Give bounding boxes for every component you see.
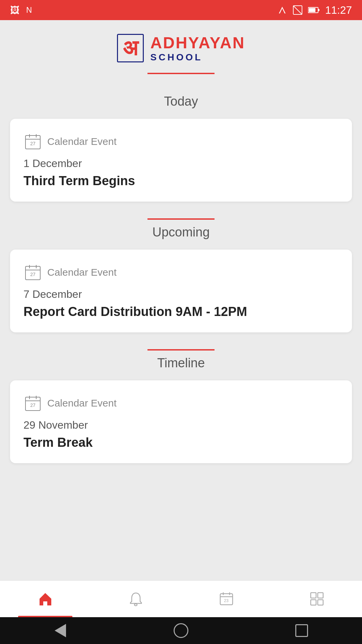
logo-name: ADHYAYAN	[150, 34, 245, 52]
back-icon	[55, 624, 66, 637]
today-card-date: 1 December	[23, 157, 339, 170]
upcoming-card-date: 7 December	[23, 288, 339, 301]
header-divider	[147, 73, 215, 74]
timeline-section-header: Timeline	[10, 349, 352, 370]
logo-area: अ ADHYAYAN SCHOOL	[117, 34, 245, 63]
recents-button[interactable]	[293, 622, 310, 639]
timeline-card-date: 29 November	[23, 419, 339, 431]
svg-rect-28	[311, 593, 316, 598]
battery-icon	[308, 7, 320, 13]
recents-icon	[295, 624, 308, 637]
mute-icon	[293, 5, 303, 15]
home-icon	[38, 591, 53, 606]
svg-rect-31	[318, 600, 323, 605]
svg-point-22	[134, 604, 137, 606]
bell-icon	[128, 591, 143, 606]
nav-notifications[interactable]	[90, 581, 181, 617]
upcoming-section-header: Upcoming	[10, 218, 352, 239]
upcoming-card[interactable]: 27 Calendar Event 7 December Report Card…	[10, 250, 352, 332]
nav-home[interactable]	[0, 581, 90, 617]
home-button[interactable]	[173, 622, 189, 639]
today-card-title: Third Term Begins	[23, 174, 339, 188]
upcoming-card-type: Calendar Event	[47, 267, 117, 278]
today-card-header: 27 Calendar Event	[23, 132, 339, 151]
calendar-icon-1: 27	[23, 132, 42, 151]
notification-status-icon: N	[26, 5, 32, 15]
today-card[interactable]: 27 Calendar Event 1 December Third Term …	[10, 119, 352, 202]
timeline-card[interactable]: 27 Calendar Event 29 November Term Break	[10, 380, 352, 463]
nav-grid[interactable]	[272, 581, 362, 617]
upcoming-card-header: 27 Calendar Event	[23, 263, 339, 281]
nav-calendar[interactable]: 23	[181, 581, 272, 617]
upcoming-divider	[147, 218, 215, 220]
calendar-icon-3: 27	[23, 394, 42, 412]
calendar-icon-2: 27	[23, 263, 42, 281]
calendar-nav-icon: 23	[219, 591, 234, 606]
svg-text:27: 27	[30, 402, 36, 408]
timeline-divider	[147, 349, 215, 351]
logo-symbol: अ	[117, 34, 144, 62]
svg-line-3	[293, 6, 302, 14]
timeline-label: Timeline	[10, 356, 352, 370]
status-bar: 🖼 N 11:27	[0, 0, 362, 20]
back-button[interactable]	[52, 622, 69, 639]
main-content: अ ADHYAYAN SCHOOL Today 27 Calendar Even…	[0, 20, 362, 580]
svg-rect-29	[318, 593, 323, 598]
today-card-type: Calendar Event	[47, 136, 117, 147]
svg-rect-30	[311, 600, 316, 605]
timeline-card-type: Calendar Event	[47, 397, 117, 409]
grid-icon	[309, 591, 324, 606]
status-time: 11:27	[325, 4, 352, 16]
system-bar	[0, 617, 362, 644]
status-bar-right: 11:27	[277, 4, 352, 16]
home-system-icon	[174, 623, 188, 638]
bottom-nav: 23	[0, 580, 362, 617]
upcoming-card-title: Report Card Distribution 9AM - 12PM	[23, 305, 339, 319]
upcoming-label: Upcoming	[10, 225, 352, 239]
photo-icon: 🖼	[10, 5, 19, 16]
logo-text: ADHYAYAN SCHOOL	[150, 34, 245, 63]
today-label: Today	[10, 94, 352, 109]
svg-rect-6	[309, 8, 315, 12]
svg-text:23: 23	[224, 598, 229, 603]
timeline-card-header: 27 Calendar Event	[23, 394, 339, 412]
svg-rect-5	[318, 9, 319, 11]
today-section-header: Today	[10, 94, 352, 109]
svg-text:27: 27	[30, 272, 36, 277]
svg-text:27: 27	[30, 141, 36, 146]
status-bar-left: 🖼 N	[10, 5, 32, 16]
logo-subtitle: SCHOOL	[150, 52, 203, 63]
signal-icon	[277, 5, 287, 15]
timeline-card-title: Term Break	[23, 435, 339, 450]
